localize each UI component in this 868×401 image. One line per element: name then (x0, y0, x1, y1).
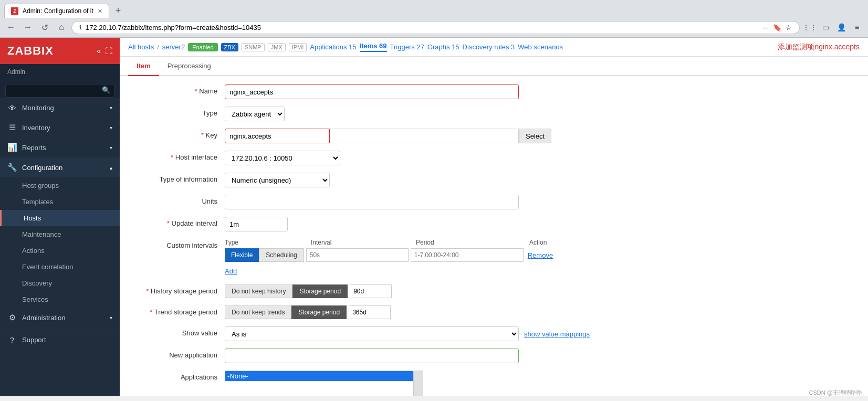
configuration-icon: 🔧 (7, 163, 17, 172)
applications-link[interactable]: Applications 15 (310, 43, 356, 51)
key-right-input[interactable] (330, 129, 519, 143)
trend-storage-period-button[interactable]: Storage period (291, 305, 347, 319)
history-label: * History storage period (130, 284, 225, 295)
extensions-icon[interactable]: ⋮⋮ (803, 20, 817, 34)
sidebar: ZABBIX « ⛶ Admin 🔍 👁 Monitoring ▾ ☰ Inve… (0, 38, 120, 396)
name-input[interactable] (225, 85, 519, 99)
applications-label: Applications (130, 371, 225, 381)
sidebar-item-actions[interactable]: Actions (0, 242, 120, 259)
type-of-info-select[interactable]: Numeric (unsigned) (225, 173, 330, 187)
sidebar-item-administration[interactable]: ⚙ Administration ▾ (0, 308, 120, 328)
all-hosts-link[interactable]: All hosts (128, 43, 154, 51)
ci-period-header: Period (414, 239, 529, 246)
collapse-icon[interactable]: « (97, 47, 101, 55)
units-input[interactable] (225, 195, 519, 209)
discovery-rules-link[interactable]: Discovery rules 3 (463, 43, 515, 51)
flexible-button[interactable]: Flexible (225, 248, 259, 262)
expand-icon[interactable]: ⛶ (105, 47, 112, 55)
new-tab-button[interactable]: + (111, 3, 126, 18)
snmp-badge: SNMP (242, 43, 265, 51)
support-icon: ? (7, 335, 17, 344)
sidebar-item-configuration[interactable]: 🔧 Configuration ▴ (0, 157, 120, 177)
show-value-row: Show value As is show value mappings (120, 326, 868, 341)
sidebar-item-reports[interactable]: 📊 Reports ▾ (0, 138, 120, 157)
trend-value-input[interactable] (349, 305, 391, 319)
new-application-input[interactable] (225, 349, 519, 363)
address-bar-row: ← → ↺ ⌂ ℹ 172.20.10.7/zabbix/items.php?f… (0, 18, 868, 37)
reload-button[interactable]: ↺ (38, 20, 51, 34)
type-select[interactable]: Zabbix agent (225, 107, 285, 121)
profile-icon[interactable]: 👤 (834, 20, 848, 34)
more-options-icon: ··· (763, 24, 769, 31)
tab-close-button[interactable]: ✕ (98, 8, 102, 15)
tab-preprocessing[interactable]: Preprocessing (159, 57, 219, 76)
ci-data-row: Flexible Scheduling Remove (225, 248, 857, 262)
sidebar-item-monitoring[interactable]: 👁 Monitoring ▾ (0, 98, 120, 118)
tab-title: Admin: Configuration of it (23, 7, 93, 15)
form-tabs: Item Preprocessing (120, 57, 868, 76)
back-button[interactable]: ← (4, 20, 18, 34)
sidebar-item-inventory[interactable]: ☰ Inventory ▾ (0, 118, 120, 138)
sidebar-user-label: Admin (0, 64, 120, 80)
tab-manager-icon[interactable]: ▭ (819, 20, 832, 34)
form-body: * Name Type Zabbix agent * Key (120, 76, 868, 396)
scheduling-button[interactable]: Scheduling (259, 248, 304, 262)
ci-interval-input[interactable] (306, 248, 409, 262)
sidebar-item-support-label: Support (22, 336, 112, 344)
server2-link[interactable]: server2 (162, 43, 185, 51)
history-control: Do not keep history Storage period (225, 284, 857, 298)
inventory-icon: ☰ (7, 123, 17, 132)
ci-remove-link[interactable]: Remove (528, 251, 553, 259)
sidebar-item-maintenance[interactable]: Maintenance (0, 226, 120, 242)
host-interface-row: * Host interface 172.20.10.6 : 10050 (120, 151, 868, 165)
ci-period-input[interactable] (411, 248, 524, 262)
type-control: Zabbix agent (225, 107, 857, 121)
units-label: Units (130, 195, 225, 205)
select-button[interactable]: Select (519, 129, 551, 143)
ipmi-badge: IPMI (289, 43, 307, 51)
ci-add-link[interactable]: Add (225, 265, 237, 277)
history-value-input[interactable] (350, 284, 392, 298)
forward-button[interactable]: → (21, 20, 35, 34)
host-interface-select[interactable]: 172.20.10.6 : 10050 (225, 151, 340, 165)
menu-icon[interactable]: ≡ (850, 20, 864, 34)
show-value-mappings-link[interactable]: show value mappings (524, 330, 590, 338)
trend-no-keep-button[interactable]: Do not keep trends (225, 305, 291, 319)
update-interval-input[interactable] (225, 217, 288, 231)
sidebar-item-hosts[interactable]: Hosts (0, 210, 120, 226)
applications-listbox[interactable]: -None- (225, 371, 414, 396)
app-layout: ZABBIX « ⛶ Admin 🔍 👁 Monitoring ▾ ☰ Inve… (0, 38, 868, 396)
star-icon: ☆ (786, 24, 792, 31)
graphs-link[interactable]: Graphs 15 (427, 43, 459, 51)
active-tab[interactable]: Z Admin: Configuration of it ✕ (4, 4, 109, 18)
update-interval-row: * Update interval (120, 217, 868, 231)
listbox-scrollbar[interactable] (414, 371, 423, 396)
triggers-link[interactable]: Triggers 27 (390, 43, 424, 51)
web-scenarios-link[interactable]: Web scenarios (518, 43, 563, 51)
sidebar-item-support[interactable]: ? Support (0, 330, 120, 350)
sidebar-item-templates[interactable]: Templates (0, 194, 120, 210)
sidebar-item-event-correlation[interactable]: Event correlation (0, 259, 120, 275)
inventory-arrow-icon: ▾ (110, 125, 112, 131)
key-input[interactable] (225, 129, 330, 143)
browser-actions: ⋮⋮ ▭ 👤 ≡ (803, 20, 864, 34)
ci-header: Type Interval Period Action (225, 239, 857, 246)
show-value-select[interactable]: As is (225, 326, 519, 341)
sidebar-search-input[interactable] (5, 84, 114, 98)
tab-item[interactable]: Item (128, 57, 159, 76)
history-no-keep-button[interactable]: Do not keep history (225, 284, 292, 298)
trend-buttons: Do not keep trends Storage period (225, 305, 857, 319)
key-label: * Key (130, 129, 225, 139)
ci-type-header: Type (225, 239, 309, 246)
annotation-text: 添加监测项nginx.accepts (778, 43, 860, 52)
items-link[interactable]: Items 69 (360, 42, 387, 52)
sidebar-item-host-groups[interactable]: Host groups (0, 177, 120, 194)
history-storage-period-button[interactable]: Storage period (292, 284, 348, 298)
sidebar-item-services[interactable]: Services (0, 291, 120, 308)
home-button[interactable]: ⌂ (55, 20, 68, 34)
sidebar-item-discovery[interactable]: Discovery (0, 275, 120, 291)
address-bar[interactable]: ℹ 172.20.10.7/zabbix/items.php?form=crea… (71, 21, 800, 34)
type-label: Type (130, 107, 225, 117)
applications-control: -None- (225, 371, 857, 396)
administration-arrow-icon: ▾ (110, 315, 112, 321)
